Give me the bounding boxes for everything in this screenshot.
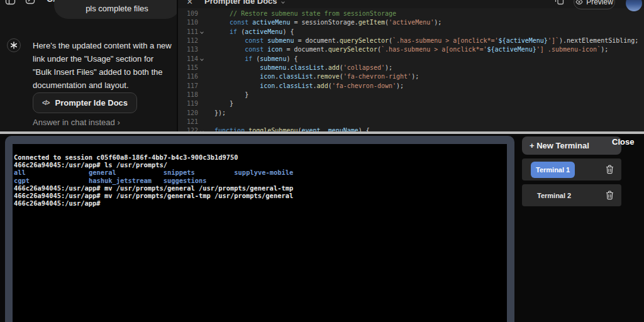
code-line: 109 // Restore submenu state from sessio… — [178, 9, 644, 18]
code-line: 118 } — [178, 91, 644, 99]
fold-chevron-icon — [198, 82, 206, 91]
line-number: 109 — [178, 9, 198, 18]
user-message-text: pls complete files — [86, 4, 148, 13]
line-number: 112 — [178, 36, 198, 45]
terminal-section: Connected to session c05f60a8-186f-4bb7-… — [0, 134, 644, 322]
line-number: 114 — [178, 55, 198, 64]
preview-button[interactable]: Preview — [574, 0, 615, 9]
line-number: 119 — [178, 99, 198, 108]
fold-chevron-icon — [198, 99, 206, 108]
code-line: 121 — [178, 118, 644, 126]
openai-logo — [7, 38, 21, 52]
code-line: 115 submenu.classList.add('collapsed'); — [178, 64, 644, 72]
line-number: 118 — [178, 91, 198, 99]
answer-in-chat-link[interactable]: Answer in chat instead › — [33, 118, 120, 127]
code-line-text: const activeMenu = sessionStorage.getIte… — [206, 18, 441, 27]
code-line-text: } — [206, 91, 248, 99]
active-terminal-tab-chip[interactable]: Terminal 1 — [531, 162, 575, 178]
new-terminal-label: + New Terminal — [530, 141, 589, 150]
terminal-sidebar: + New Terminal Close Terminal 1Terminal … — [516, 134, 644, 322]
code-line: 112 const submenu = document.querySelect… — [178, 36, 644, 45]
code-line-text: const submenu = document.querySelector(`… — [206, 36, 638, 45]
line-number: 111 — [178, 28, 198, 36]
terminal-frame: Connected to session c05f60a8-186f-4bb7-… — [5, 136, 514, 322]
fold-chevron-icon[interactable] — [198, 55, 206, 64]
new-terminal-button[interactable]: + New Terminal — [522, 136, 621, 155]
close-terminal-panel-button[interactable]: Close — [612, 137, 634, 147]
canvas-document-button[interactable]: </> Prompter Ide Docs — [33, 92, 137, 113]
new-chat-icon[interactable] — [25, 0, 35, 4]
code-line-text: icon.classList.remove('fa-chevron-right'… — [206, 72, 419, 81]
line-number: 110 — [178, 18, 198, 27]
code-line-text — [206, 118, 214, 126]
fold-chevron-icon — [198, 9, 206, 18]
code-line: 120}); — [178, 109, 644, 118]
code-line: 116 icon.classList.remove('fa-chevron-ri… — [178, 72, 644, 81]
fold-chevron-icon — [198, 118, 206, 126]
line-number: 117 — [178, 82, 198, 91]
code-line-text: if (activeMenu) { — [206, 28, 294, 36]
fold-chevron-icon — [198, 45, 206, 54]
code-line: 119 } — [178, 99, 644, 108]
fold-chevron-icon — [198, 72, 206, 81]
line-number: 113 — [178, 45, 198, 54]
line-number: 115 — [178, 64, 198, 72]
code-line-text: }); — [206, 109, 226, 118]
trash-icon[interactable] — [606, 191, 614, 200]
code-line: 122function toggleSubmenu(event, menuNam… — [178, 126, 644, 131]
code-line: 114 if (submenu) { — [178, 55, 644, 64]
terminal-line: 466c26a94045:/usr/app# — [14, 199, 506, 207]
chevron-down-icon — [281, 0, 285, 3]
terminal-line: all general snippets supplyve-mobile — [14, 169, 506, 176]
code-line-text: submenu.classList.add('collapsed'); — [206, 64, 392, 72]
chevron-down-icon — [200, 57, 204, 61]
eye-icon — [575, 0, 583, 6]
app-window: ChatGPT 4o pls complete files Here's the… — [0, 0, 644, 322]
code-line: 111 if (activeMenu) { — [178, 28, 644, 36]
terminal-output[interactable]: Connected to session c05f60a8-186f-4bb7-… — [13, 144, 507, 322]
fold-chevron-icon — [198, 36, 206, 45]
user-message-bubble: pls complete files — [54, 0, 177, 19]
fold-chevron-icon[interactable] — [198, 28, 206, 36]
line-number: 122 — [178, 126, 198, 131]
fold-chevron-icon — [198, 64, 206, 72]
code-line: 113 const icon = document.querySelector(… — [178, 45, 644, 54]
code-icon: </> — [42, 99, 49, 106]
fold-chevron-icon — [198, 109, 206, 118]
fold-chevron-icon — [198, 91, 206, 99]
preview-label: Preview — [586, 0, 613, 6]
trash-icon[interactable] — [606, 165, 614, 174]
code-line-text: const icon = document.querySelector(`.ha… — [206, 45, 608, 54]
terminal-line: 466c26a94045:/usr/app# mv /usr/prompts/g… — [14, 192, 506, 199]
terminal-line: cgpt hashuk_jetstream suggestions — [14, 177, 506, 184]
terminal-line: 466c26a94045:/usr/app# mv /usr/prompts/g… — [14, 184, 506, 192]
chat-panel: ChatGPT 4o pls complete files Here's the… — [0, 0, 177, 131]
code-area[interactable]: 109 // Restore submenu state from sessio… — [178, 9, 644, 131]
code-line-text: if (submenu) { — [206, 55, 297, 64]
sidebar-toggle-icon[interactable] — [5, 0, 16, 5]
code-line-text: // Restore submenu state from sessionSto… — [206, 9, 396, 18]
terminal-line: 466c26a94045:/usr/app# ls /usr/prompts/ — [14, 161, 506, 169]
line-number: 116 — [178, 72, 198, 81]
code-line-text: function toggleSubmenu(event, menuName) … — [206, 126, 370, 131]
assistant-message-text: Here's the updated content with a new li… — [33, 39, 174, 92]
close-canvas-icon[interactable]: × — [187, 0, 192, 8]
canvas-title-label: Prompter Ide Docs — [204, 0, 277, 6]
canvas-title-dropdown[interactable]: Prompter Ide Docs — [204, 0, 284, 6]
canvas-panel: × Prompter Ide Docs Preview 109 // Resto… — [178, 0, 644, 131]
code-line-text: } — [206, 99, 233, 108]
line-number: 121 — [178, 118, 198, 126]
copy-icon[interactable] — [555, 0, 564, 5]
terminal-tab-2[interactable]: Terminal 2 — [522, 184, 621, 206]
canvas-document-label: Prompter Ide Docs — [55, 98, 128, 108]
chevron-down-icon — [200, 30, 204, 34]
code-line-text: icon.classList.add('fa-chevron-down'); — [206, 82, 404, 91]
fold-chevron-icon — [198, 18, 206, 27]
terminal-tab-1[interactable]: Terminal 1 — [522, 158, 621, 180]
terminal-tab-label: Terminal 2 — [537, 192, 571, 199]
code-line: 110 const activeMenu = sessionStorage.ge… — [178, 18, 644, 27]
fold-chevron-icon[interactable] — [198, 126, 206, 131]
terminal-line: Connected to session c05f60a8-186f-4bb7-… — [14, 153, 506, 161]
code-line: 117 icon.classList.add('fa-chevron-down'… — [178, 82, 644, 91]
line-number: 120 — [178, 109, 198, 118]
